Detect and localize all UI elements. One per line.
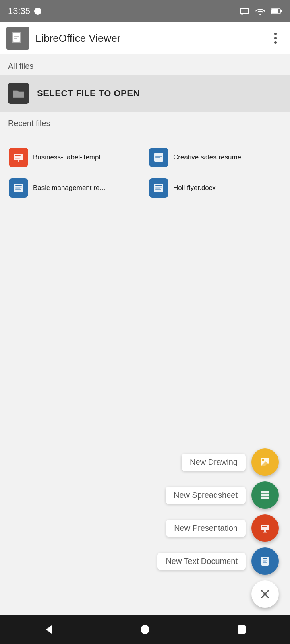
fab-row-spreadsheet: New Spreadsheet [166, 481, 279, 509]
new-presentation-button[interactable] [251, 514, 279, 542]
recents-button[interactable] [230, 617, 254, 642]
new-drawing-label: New Drawing [182, 454, 246, 471]
svg-rect-13 [15, 158, 20, 159]
fab-close-button[interactable] [251, 580, 279, 608]
svg-rect-0 [240, 8, 249, 13]
time-label: 13:35 [8, 6, 30, 17]
file-name: Holi flyer.docx [173, 184, 216, 192]
svg-rect-52 [263, 560, 267, 561]
svg-rect-48 [263, 532, 267, 533]
file-icon-writer [149, 178, 168, 198]
svg-rect-19 [155, 157, 160, 158]
home-icon [140, 625, 150, 634]
cast-icon [239, 7, 250, 15]
file-icon-presentation [9, 148, 28, 167]
select-file-button[interactable]: SELECT FILE TO OPEN [0, 75, 290, 112]
svg-rect-54 [263, 562, 267, 563]
svg-rect-23 [15, 185, 22, 186]
close-icon [259, 588, 271, 600]
svg-rect-47 [264, 530, 266, 532]
spreadsheet-icon [258, 488, 272, 502]
svg-rect-51 [263, 558, 267, 559]
status-bar: 13:35 [0, 0, 290, 22]
svg-rect-17 [155, 155, 162, 155]
file-icon-writer [9, 178, 28, 198]
recent-files-label: Recent files [0, 119, 290, 134]
svg-rect-5 [13, 33, 20, 42]
svg-rect-11 [15, 155, 21, 156]
file-icon-writer [149, 148, 168, 167]
svg-rect-31 [155, 188, 160, 189]
svg-rect-53 [263, 561, 266, 562]
svg-rect-45 [262, 526, 267, 527]
new-drawing-button[interactable] [251, 448, 279, 476]
svg-rect-2 [280, 10, 282, 12]
more-options-button[interactable] [267, 30, 284, 46]
libreoffice-logo-icon [10, 31, 25, 45]
svg-rect-30 [155, 187, 162, 188]
new-spreadsheet-label: New Spreadsheet [166, 487, 246, 504]
new-text-document-button[interactable] [251, 547, 279, 575]
file-name: Business-Label-Templ... [33, 153, 106, 161]
status-icons [239, 7, 282, 16]
fab-row-presentation: New Presentation [166, 514, 279, 542]
drawing-icon [258, 455, 272, 469]
status-time: 13:35 [8, 6, 41, 17]
svg-rect-18 [155, 156, 162, 157]
svg-point-35 [262, 459, 264, 461]
status-dot [34, 8, 41, 15]
new-presentation-label: New Presentation [166, 520, 246, 537]
battery-icon [271, 8, 282, 15]
list-item[interactable]: Creative sales resume... [145, 142, 285, 173]
presentation-icon [258, 521, 272, 535]
svg-rect-59 [238, 625, 246, 634]
svg-marker-57 [46, 625, 52, 634]
dot1 [274, 33, 277, 35]
svg-rect-12 [15, 157, 22, 157]
svg-point-58 [141, 625, 149, 634]
recent-divider [0, 134, 290, 134]
recent-files-section: Recent files Business-Label-Templ... [0, 112, 290, 207]
app-logo [6, 27, 29, 50]
list-item[interactable]: Business-Label-Templ... [5, 142, 145, 173]
recents-icon [237, 625, 246, 634]
writer-file-icon [12, 181, 25, 195]
file-name: Basic management re... [33, 184, 106, 192]
file-name: Creative sales resume... [173, 153, 247, 161]
svg-rect-46 [262, 528, 268, 528]
fab-row-drawing: New Drawing [182, 448, 279, 476]
writer-file-icon [152, 181, 166, 195]
svg-rect-20 [155, 159, 161, 159]
list-item[interactable]: Basic management re... [5, 173, 145, 203]
new-text-document-label: New Text Document [157, 553, 246, 570]
files-grid: Business-Label-Templ... Creative sales r… [0, 138, 290, 207]
new-spreadsheet-button[interactable] [251, 481, 279, 509]
back-icon [43, 624, 54, 635]
list-item[interactable]: Holi flyer.docx [145, 173, 285, 203]
all-files-label: All files [0, 54, 290, 75]
svg-rect-14 [18, 160, 19, 162]
app-title: LibreOffice Viewer [35, 32, 261, 45]
svg-rect-29 [155, 185, 162, 186]
folder-svg [12, 88, 25, 99]
fab-row-close [251, 580, 279, 608]
fab-row-text-document: New Text Document [157, 547, 279, 575]
back-button[interactable] [36, 617, 60, 642]
dot3 [274, 41, 277, 44]
nav-bar [0, 615, 290, 644]
wifi-icon [255, 7, 266, 16]
svg-rect-32 [155, 189, 161, 190]
fab-menu: New Drawing New Spreadsheet New Pr [157, 448, 290, 608]
home-button[interactable] [133, 617, 157, 642]
svg-rect-24 [15, 187, 22, 188]
svg-rect-25 [15, 188, 20, 189]
folder-icon [8, 83, 29, 104]
presentation-file-icon [12, 151, 25, 164]
select-file-text: SELECT FILE TO OPEN [37, 88, 140, 99]
writer-icon [258, 554, 272, 568]
svg-rect-26 [15, 189, 21, 190]
app-bar: LibreOffice Viewer [0, 22, 290, 54]
writer-file-icon [152, 151, 166, 164]
svg-rect-3 [271, 9, 278, 13]
dot2 [274, 37, 277, 39]
